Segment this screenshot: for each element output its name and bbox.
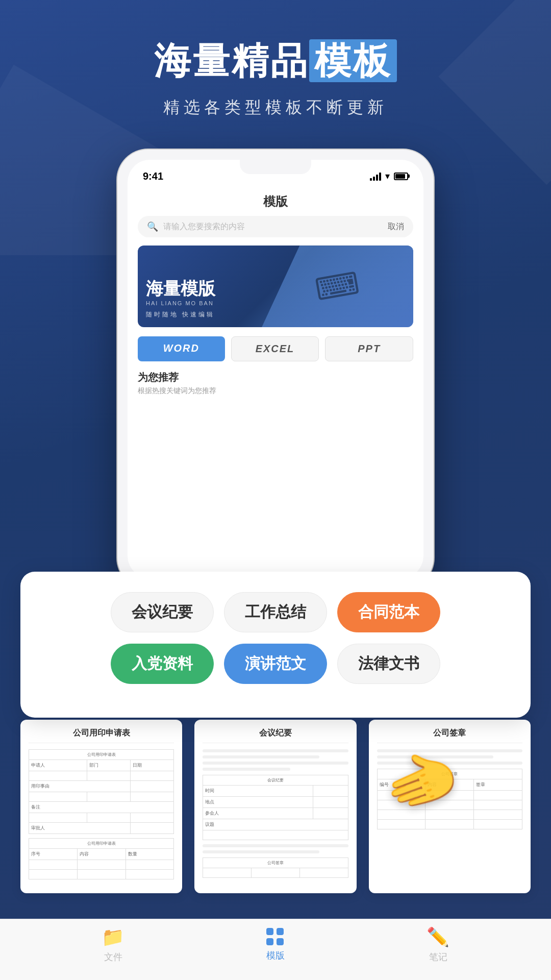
tab-word[interactable]: WORD (138, 336, 225, 361)
tags-row-2: 入党资料 演讲范文 法律文书 (39, 644, 512, 684)
nav-label-files: 文件 (104, 951, 122, 963)
search-bar[interactable]: 🔍 请输入您要搜索的内容 取消 (138, 216, 413, 237)
doc-table-2: 会议纪要 时间 地点 参会人 议题 (203, 775, 348, 840)
search-placeholder: 请输入您要搜索的内容 (163, 222, 388, 232)
doc-preview-2[interactable]: 会议纪要 会议纪要 时间 地点 参会人 议题 公司签章 (194, 720, 356, 893)
nav-label-notes: 笔记 (429, 951, 447, 963)
rec-desc: 根据热搜关键词为您推荐 (138, 386, 413, 396)
banner-tagline: 随时随地 快速编辑 (146, 310, 215, 319)
doc-table-1: 公司用印申请表 申请人部门日期 用印事由 备注 审批人 (29, 749, 174, 834)
tag-legal[interactable]: 法律文书 (337, 644, 440, 684)
nav-item-files[interactable]: 📁 文件 (102, 926, 124, 963)
nav-item-templates[interactable]: 模版 (266, 928, 285, 962)
recommendation-section: 为您推荐 根据热搜关键词为您推荐 (138, 371, 413, 396)
banner-image: ⌨ (262, 246, 413, 327)
grid-icon (266, 928, 285, 946)
folder-icon: 📁 (102, 926, 124, 948)
tags-row-1: 会议纪要 工作总结 合同范本 (39, 592, 512, 632)
bottom-nav: 📁 文件 模版 ✏️ 笔记 (0, 919, 551, 980)
signal-bars-icon (370, 172, 381, 181)
tag-speech[interactable]: 演讲范文 (224, 644, 327, 684)
banner-title: 海量模版 (146, 279, 215, 298)
tags-panel: 会议纪要 工作总结 合同范本 入党资料 演讲范文 法律文书 (20, 572, 531, 718)
search-icon: 🔍 (147, 221, 158, 232)
tag-party-material[interactable]: 入党资料 (111, 644, 214, 684)
banner-left: 海量模版 HAI LIANG MO BAN 随时随地 快速编辑 (146, 279, 215, 319)
docs-section: 公司用印申请表 公司用印申请表 申请人部门日期 用印事由 备注 审批人 公司用印… (0, 720, 551, 893)
phone-container: 9:41 ▾ 模版 (0, 150, 551, 589)
banner-subtitle: HAI LIANG MO BAN (146, 300, 215, 306)
tag-meeting-minutes[interactable]: 会议纪要 (111, 592, 214, 632)
nav-item-notes[interactable]: ✏️ 笔记 (427, 926, 449, 963)
header-section: 海量精品模板 精选各类型模板不断更新 (0, 0, 551, 119)
subtitle: 精选各类型模板不断更新 (0, 96, 551, 119)
battery-icon (394, 173, 408, 180)
phone-inner: 9:41 ▾ 模版 (128, 160, 423, 578)
doc-title-2: 会议纪要 (203, 728, 348, 743)
pencil-icon: ✏️ (427, 926, 449, 948)
tab-excel[interactable]: EXCEL (231, 336, 319, 361)
search-cancel-button[interactable]: 取消 (388, 222, 404, 232)
tab-ppt[interactable]: PPT (325, 336, 413, 361)
title-highlight: 模板 (309, 39, 397, 82)
phone-notch (240, 160, 311, 174)
nav-label-templates: 模版 (266, 949, 285, 962)
type-tabs: WORD EXCEL PPT (138, 336, 413, 361)
wifi-icon: ▾ (385, 170, 390, 182)
app-content: 🔍 请输入您要搜索的内容 取消 海量模版 HAI LIANG MO BAN 随时… (128, 216, 423, 396)
banner: 海量模版 HAI LIANG MO BAN 随时随地 快速编辑 ⌨ (138, 246, 413, 327)
tag-contract[interactable]: 合同范本 (337, 592, 440, 632)
doc-preview-1[interactable]: 公司用印申请表 公司用印申请表 申请人部门日期 用印事由 备注 审批人 公司用印… (20, 720, 182, 893)
doc-sub-table-1: 公司用印申请表 序号内容数量 (29, 838, 174, 879)
doc-title-3: 公司签章 (377, 728, 522, 743)
status-icons: ▾ (370, 170, 408, 182)
app-title: 模版 (128, 185, 423, 216)
status-time: 9:41 (143, 170, 163, 182)
title-part1: 海量精品 (154, 40, 309, 81)
doc-title-1: 公司用印申请表 (29, 728, 174, 743)
keyboard-icon: ⌨ (313, 265, 363, 308)
doc-sub-table-2: 公司签章 (203, 857, 348, 878)
main-title: 海量精品模板 (0, 41, 551, 81)
phone-mockup: 9:41 ▾ 模版 (117, 150, 434, 589)
rec-title: 为您推荐 (138, 371, 413, 384)
tag-work-summary[interactable]: 工作总结 (224, 592, 327, 632)
